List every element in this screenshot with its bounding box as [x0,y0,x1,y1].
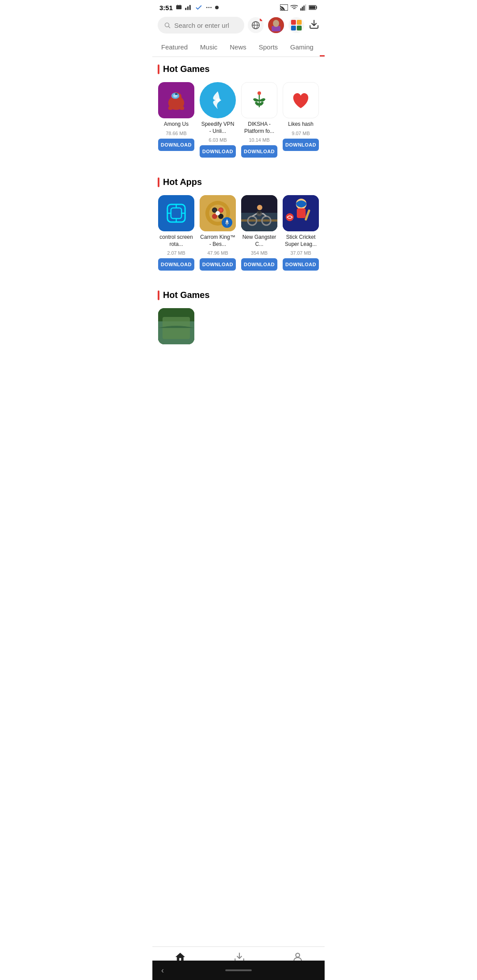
search-input[interactable] [174,22,238,29]
app-name-speedify: Speedify VPN - Unli... [200,121,236,135]
download-icon-btn[interactable] [309,19,319,31]
app-name-likes: Likes hash [288,121,313,128]
wifi-icon [290,4,298,11]
app-size-speedify: 6.03 MB [209,137,227,143]
cast-icon [280,4,288,11]
svg-point-50 [219,208,223,212]
app-name-cricket: Stick Cricket Super Leag... [283,234,319,248]
checkmark-icon [195,4,203,11]
hot-games-section: Hot Games Among Us 78.66 MB DOWNLOAD [152,57,325,166]
stats-icon [185,5,192,10]
apps-grid-icon[interactable] [288,17,304,33]
svg-point-22 [273,20,279,27]
app-icon-gangster [241,195,277,231]
app-card-cricket: Stick Cricket Super Leag... 37.07 MB DOW… [282,195,319,271]
app-name-control: control screen rota... [158,234,194,248]
planet-icon-btn[interactable] [248,17,264,33]
svg-point-4 [206,7,208,8]
app-name-gangster: New Gangster C... [241,234,277,248]
svg-point-33 [216,98,220,102]
tab-featured[interactable]: Featured [155,37,194,57]
download-btn-cricket[interactable]: DOWNLOAD [283,258,319,271]
app-card-diksha: DIKSHA - Platform fo... 10.14 MB DOWNLOA… [241,82,278,158]
app-icon-carrom [200,195,236,231]
download-btn-control[interactable]: DOWNLOAD [158,258,194,271]
tab-nav: Featured Music News Sports Gaming Apps [152,37,325,57]
battery-icon [309,5,318,10]
app-name-among-us: Among Us [164,121,189,128]
svg-rect-3 [189,5,191,10]
app-card-partial [158,308,195,344]
hot-apps-section: Hot Apps control screen rota... 2.07 MB … [152,170,325,279]
app-icon-speedify [200,82,236,118]
dot-icon [215,6,219,9]
status-bar: 3:51 [152,0,325,13]
avatar[interactable] [268,17,284,33]
search-icon [164,21,170,29]
hot-games-section-2: Hot Games [152,283,325,388]
svg-rect-1 [185,8,186,10]
svg-rect-30 [180,106,184,110]
title-bar-accent-2 [158,290,159,300]
hot-games-grid-2 [158,308,319,344]
tab-sports[interactable]: Sports [253,37,284,57]
app-size-likes: 9.07 MB [292,131,310,136]
tab-news[interactable]: News [223,37,253,57]
app-icon-among-us [158,82,194,118]
download-btn-gangster[interactable]: DOWNLOAD [241,258,277,271]
tab-music[interactable]: Music [194,37,223,57]
svg-point-61 [257,205,262,210]
tab-apps[interactable]: Apps [320,37,325,57]
app-icon-diksha [241,82,277,118]
svg-point-53 [216,211,220,215]
hot-games-title-2: Hot Games [158,290,319,300]
download-btn-speedify[interactable]: DOWNLOAD [200,145,236,158]
svg-rect-11 [303,6,305,11]
app-size-carrom: 47.96 MB [207,250,228,256]
signal-icon [300,4,307,11]
app-name-diksha: DIKSHA - Platform fo... [241,121,277,135]
svg-rect-2 [187,7,189,10]
svg-point-31 [175,93,178,95]
svg-point-48 [213,208,216,212]
svg-line-16 [169,26,170,28]
svg-rect-12 [305,4,307,11]
svg-point-6 [210,7,212,8]
notification-icon [175,4,182,11]
hot-apps-grid: control screen rota... 2.07 MB DOWNLOAD [158,195,319,271]
download-btn-likes[interactable]: DOWNLOAD [283,139,319,151]
download-btn-among-us[interactable]: DOWNLOAD [158,139,194,151]
search-input-wrapper[interactable] [158,17,244,34]
app-size-among-us: 78.66 MB [166,131,186,136]
svg-rect-29 [168,106,173,110]
svg-point-7 [215,6,219,9]
status-time: 3:51 [159,4,173,11]
app-icon-partial [158,308,194,344]
svg-point-15 [165,23,169,27]
svg-rect-9 [300,8,302,11]
app-size-control: 2.07 MB [167,250,186,256]
svg-point-5 [208,7,210,8]
app-size-gangster: 354 MB [251,250,268,256]
app-card-among-us: Among Us 78.66 MB DOWNLOAD [158,82,195,158]
tab-gaming[interactable]: Gaming [284,37,320,57]
svg-rect-0 [176,5,182,9]
app-size-cricket: 37.07 MB [290,250,311,256]
app-size-diksha: 10.14 MB [249,137,269,143]
app-card-control: control screen rota... 2.07 MB DOWNLOAD [158,195,195,271]
search-bar [152,13,325,37]
app-icon-cricket [283,195,319,231]
dots-icon [205,4,212,11]
svg-point-35 [257,91,261,95]
download-btn-diksha[interactable]: DOWNLOAD [241,145,277,158]
svg-rect-64 [297,208,306,218]
title-bar-accent-apps [158,177,159,187]
toolbar-icons [248,17,319,33]
hot-games-title: Hot Games [158,64,319,74]
app-name-carrom: Carrom King™ - Bes... [200,234,236,248]
download-btn-carrom[interactable]: DOWNLOAD [200,258,236,271]
svg-rect-14 [309,6,315,9]
app-card-gangster: New Gangster C... 354 MB DOWNLOAD [241,195,278,271]
app-card-likes: Likes hash 9.07 MB DOWNLOAD [282,82,319,158]
app-card-carrom: Carrom King™ - Bes... 47.96 MB DOWNLOAD [199,195,236,271]
